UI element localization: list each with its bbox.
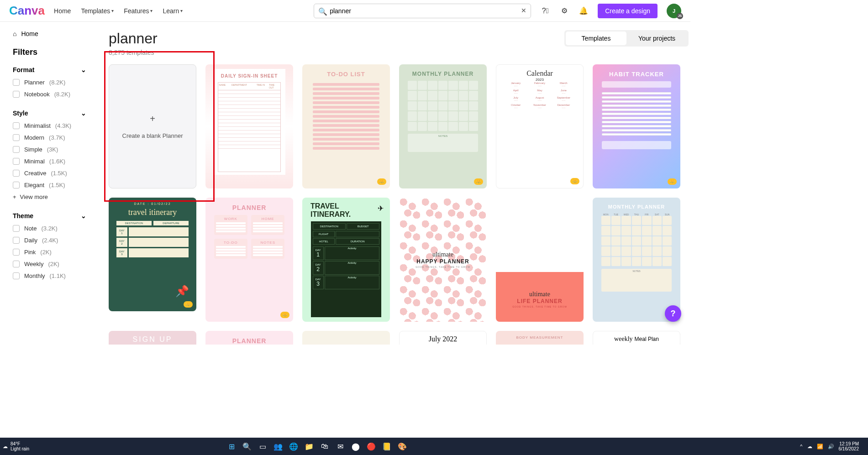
label: DESTINATION <box>116 221 152 225</box>
sidebar-home[interactable]: ⌂ Home <box>13 30 86 37</box>
filter-group-format: Format⌄ Planner (8.2K) Notebook (8.2K) <box>13 66 86 98</box>
filter-creative[interactable]: Creative (1.5K) <box>13 170 86 177</box>
checkbox[interactable] <box>13 272 20 279</box>
checkbox[interactable] <box>13 79 20 86</box>
nav-learn[interactable]: Learn▾ <box>163 7 183 15</box>
card-title: weekly <box>614 335 632 343</box>
filter-monthly[interactable]: Monthly (1.1K) <box>13 272 86 279</box>
label: HOTEL <box>313 238 335 245</box>
toggle-projects[interactable]: Your projects <box>626 31 687 45</box>
template-card[interactable]: ultimate LIFE PLANNER GOOD THINGS, TAKE … <box>496 198 584 322</box>
card-title: DAILY SIGN-IN SHEET <box>221 73 278 78</box>
checkbox[interactable] <box>13 182 20 188</box>
card-title: BODY MEASUREMENT <box>516 335 563 340</box>
nav-home[interactable]: Home <box>54 7 71 15</box>
checkbox[interactable] <box>13 122 20 129</box>
filter-elegant[interactable]: Elegant (1.5K) <box>13 182 86 188</box>
checkbox[interactable] <box>13 91 20 98</box>
template-card[interactable] <box>302 331 390 345</box>
label: Activity <box>325 261 380 275</box>
logo[interactable]: Canva <box>9 4 45 18</box>
filter-label: Minimal <box>24 158 45 165</box>
card-title: July 2022 <box>429 335 458 343</box>
style-header[interactable]: Style⌄ <box>13 110 86 117</box>
search-input[interactable] <box>314 4 531 18</box>
filters-heading: Filters <box>13 47 86 57</box>
template-card[interactable]: MONTHLY PLANNER MONTUEWEDTHUFRISATSUN NO… <box>593 198 680 322</box>
crown-icon: 👑 <box>280 312 289 318</box>
template-card[interactable]: BODY MEASUREMENT <box>496 331 584 345</box>
format-title: Format <box>13 66 34 73</box>
checkbox[interactable] <box>13 134 20 141</box>
template-card[interactable]: DAILY SIGN-IN SHEET NAMEDEPARTMENTTIME I… <box>205 64 293 188</box>
checkbox[interactable] <box>13 170 20 177</box>
template-card[interactable]: MONTHLY PLANNER NOTES 👑 <box>399 64 487 188</box>
nav-templates-label: Templates <box>81 7 110 15</box>
filter-simple[interactable]: Simple (3K) <box>13 146 86 153</box>
template-card[interactable]: ultimate HAPPY PLANNER GOOD THINGS, TAKE… <box>399 198 487 322</box>
help-bubble[interactable]: ? <box>665 305 681 322</box>
card-tagline: GOOD THINGS, TAKE TIME TO GROW <box>512 305 567 308</box>
template-card[interactable]: July 2022 <box>399 331 487 345</box>
label: NOTES <box>253 241 283 245</box>
search-wrap: 🔍 ✕ <box>314 4 531 18</box>
theme-header[interactable]: Theme⌄ <box>13 212 86 220</box>
filter-daily[interactable]: Daily (2.4K) <box>13 237 86 244</box>
template-card[interactable]: HABIT TRACKER 👑 <box>593 64 680 188</box>
filter-notebook[interactable]: Notebook (8.2K) <box>13 91 86 98</box>
template-card[interactable]: Calendar 2023 January·····February·····M… <box>496 64 584 188</box>
card-year: 2023 <box>536 78 544 82</box>
filter-modern[interactable]: Modern (3.7K) <box>13 134 86 141</box>
quad: WORK HOME TO-DO NOTES <box>214 215 285 259</box>
filter-minimal[interactable]: Minimal (1.6K) <box>13 158 86 165</box>
view-more-style[interactable]: +View more <box>13 194 86 200</box>
checkbox[interactable] <box>13 249 20 256</box>
checkbox[interactable] <box>13 158 20 165</box>
filter-count: (1.5K) <box>51 170 67 177</box>
card-title: HABIT TRACKER <box>609 71 664 78</box>
filter-planner[interactable]: Planner (8.2K) <box>13 79 86 86</box>
card-title: ITINERARY. <box>310 210 351 219</box>
avatar[interactable]: J <box>667 4 681 18</box>
toggle-templates[interactable]: Templates <box>566 31 626 45</box>
label: Activity <box>325 276 380 289</box>
checkbox[interactable] <box>13 225 20 232</box>
settings-icon[interactable]: ⚙ <box>559 6 569 16</box>
filter-count: (1.6K) <box>49 158 65 165</box>
blank-planner-card[interactable]: + Create a blank Planner <box>109 64 196 188</box>
lines <box>602 90 671 137</box>
bell-icon[interactable]: 🔔 <box>579 6 589 16</box>
template-card[interactable]: weekly Meal Plan <box>593 331 680 345</box>
create-design-button[interactable]: Create a design <box>598 4 658 18</box>
card-subtitle: Meal Plan <box>635 336 659 342</box>
filter-label: Note <box>24 225 37 232</box>
filter-minimalist[interactable]: Minimalist (4.3K) <box>13 122 86 129</box>
template-card[interactable]: TO-DO LIST 👑 <box>302 64 390 188</box>
template-card[interactable]: PLANNER <box>205 331 293 345</box>
checkbox[interactable] <box>13 261 20 267</box>
filter-count: (4.3K) <box>55 122 71 129</box>
filter-pink[interactable]: Pink (2K) <box>13 249 86 256</box>
nav-features[interactable]: Features▾ <box>124 7 153 15</box>
chevron-down-icon: ⌄ <box>81 212 86 220</box>
nav-templates[interactable]: Templates▾ <box>81 7 114 15</box>
card-title: MONTHLY PLANNER <box>412 71 473 77</box>
filter-label: Modern <box>24 134 44 141</box>
sidebar: ⌂ Home Filters Format⌄ Planner (8.2K) No… <box>0 22 96 345</box>
template-card[interactable]: TRAVEL ITINERARY. ✈ DESTINATION BUDGET F… <box>302 198 390 322</box>
card-title: TO-DO LIST <box>327 71 365 78</box>
template-card[interactable]: DATE : 01/02/22 travel itinerary DESTINA… <box>109 198 196 311</box>
help-icon[interactable]: ?⃝ <box>540 6 550 16</box>
template-card[interactable]: SIGN UP <box>109 331 196 345</box>
format-header[interactable]: Format⌄ <box>13 66 86 73</box>
template-card[interactable]: PLANNER WORK HOME TO-DO NOTES 👑 <box>205 198 293 322</box>
card-subtitle: ultimate <box>529 291 550 298</box>
checkbox[interactable] <box>13 146 20 153</box>
clear-search-icon[interactable]: ✕ <box>521 7 526 14</box>
card-subtitle: ultimate <box>432 251 453 258</box>
card-title: PLANNER <box>232 337 267 345</box>
checkbox[interactable] <box>13 237 20 244</box>
filter-weekly[interactable]: Weekly (2K) <box>13 261 86 267</box>
card-title: travel itinerary <box>128 208 177 216</box>
filter-note[interactable]: Note (3.2K) <box>13 225 86 232</box>
